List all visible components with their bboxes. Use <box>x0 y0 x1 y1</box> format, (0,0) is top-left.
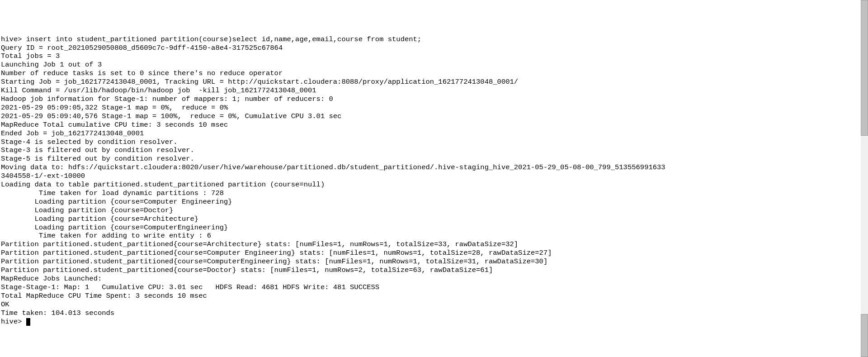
output-line: Loading partition {course=ComputerEngine… <box>1 224 228 232</box>
output-line: 3404558-1/-ext-10000 <box>1 172 85 180</box>
output-line: Starting Job = job_1621772413048_0001, T… <box>1 78 518 86</box>
output-line: Time taken for load dynamic partitions :… <box>1 189 224 197</box>
output-line: Stage-3 is filtered out by condition res… <box>1 146 194 154</box>
output-line: Partition partitioned.student_partitione… <box>1 240 518 248</box>
output-line: Loading partition {course=Architecture} <box>1 215 198 223</box>
cursor-icon <box>26 318 30 326</box>
output-line: Stage-4 is selected by condition resolve… <box>1 138 178 146</box>
output-line: Kill Command = /usr/lib/hadoop/bin/hadoo… <box>1 86 316 95</box>
output-line: Hadoop job information for Stage-1: numb… <box>1 95 333 103</box>
output-line: OK <box>1 300 9 309</box>
output-line: Ended Job = job_1621772413048_0001 <box>1 129 144 138</box>
prompt: hive> <box>1 318 26 326</box>
output-line: Number of reduce tasks is set to 0 since… <box>1 69 283 77</box>
output-line: Stage-5 is filtered out by condition res… <box>1 155 194 163</box>
output-line: Stage-Stage-1: Map: 1 Cumulative CPU: 3.… <box>1 283 379 291</box>
terminal-output[interactable]: hive> insert into student_partitioned pa… <box>1 35 706 326</box>
output-line: hive> insert into student_partitioned pa… <box>1 35 421 43</box>
output-line: Loading partition {course=Computer Engin… <box>1 198 232 206</box>
output-line: Query ID = root_20210529050808_d5609c7c-… <box>1 44 283 52</box>
output-line: Partition partitioned.student_partitione… <box>1 257 547 266</box>
output-line: Partition partitioned.student_partitione… <box>1 266 493 274</box>
output-line: Time taken for adding to write entity : … <box>1 232 211 240</box>
output-line: Launching Job 1 out of 3 <box>1 61 102 69</box>
output-line: MapReduce Total cumulative CPU time: 3 s… <box>1 121 228 129</box>
output-line: Time taken: 104.013 seconds <box>1 309 114 317</box>
output-line: Moving data to: hdfs://quickstart.cloude… <box>1 163 665 171</box>
output-line: 2021-05-29 05:09:40,576 Stage-1 map = 10… <box>1 112 341 120</box>
scrollbar-thumb[interactable] <box>861 314 868 357</box>
output-line: 2021-05-29 05:09:05,322 Stage-1 map = 0%… <box>1 104 228 112</box>
scrollbar-thumb[interactable] <box>861 0 868 136</box>
output-line: MapReduce Jobs Launched: <box>1 275 102 283</box>
output-line: Loading data to table partitioned.studen… <box>1 181 325 189</box>
output-line: Total jobs = 3 <box>1 52 60 60</box>
scrollbar-track[interactable] <box>861 0 868 357</box>
output-line: Total MapReduce CPU Time Spent: 3 second… <box>1 292 207 300</box>
output-line: Loading partition {course=Doctor} <box>1 206 173 214</box>
output-line: Partition partitioned.student_partitione… <box>1 249 552 257</box>
